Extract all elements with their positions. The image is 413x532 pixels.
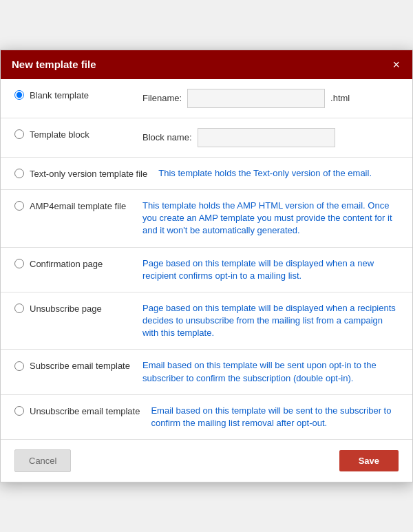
- radio-confirmation[interactable]: [14, 259, 24, 268]
- option-left-template-block: Template block: [14, 128, 131, 140]
- dialog-footer: Cancel Save: [1, 439, 412, 482]
- option-left-confirmation: Confirmation page: [14, 257, 131, 269]
- option-row-confirmation: Confirmation pagePage based on this temp…: [1, 248, 412, 292]
- radio-amp4email[interactable]: [14, 201, 24, 211]
- radio-unsubscribe[interactable]: [14, 304, 24, 313]
- option-label-text-only: Text-only version template file: [30, 169, 147, 179]
- option-label-template-block: Template block: [30, 129, 89, 140]
- option-row-template-block: Template blockBlock name:: [1, 118, 412, 158]
- option-label-amp4email: AMP4email template file: [30, 201, 126, 211]
- option-row-unsubscribe: Unsubscribe pagePage based on this templ…: [1, 292, 412, 350]
- field-input-template-block[interactable]: [198, 128, 335, 147]
- dialog-body: Blank templateFilename:.htmlTemplate blo…: [1, 79, 412, 439]
- new-template-dialog: New template file × Blank templateFilena…: [0, 50, 413, 482]
- option-row-blank: Blank templateFilename:.html: [1, 79, 412, 118]
- option-right-unsubscribe: Page based on this template will be disp…: [142, 302, 399, 340]
- option-right-template-block: Block name:: [142, 128, 399, 147]
- option-row-text-only: Text-only version template fileThis temp…: [1, 158, 412, 190]
- save-button[interactable]: Save: [339, 450, 399, 471]
- field-label-template-block: Block name:: [142, 131, 192, 144]
- option-left-blank: Blank template: [14, 89, 131, 100]
- option-right-confirmation: Page based on this template will be disp…: [142, 257, 399, 282]
- option-left-unsubscribe-email: Unsubscribe email template: [14, 405, 140, 416]
- cancel-button[interactable]: Cancel: [14, 449, 71, 472]
- radio-blank[interactable]: [14, 90, 24, 100]
- option-right-blank: Filename:.html: [142, 89, 399, 108]
- option-right-amp4email: This template holds the AMP HTML version…: [142, 200, 399, 237]
- field-suffix-blank: .html: [330, 92, 350, 105]
- option-row-subscribe-email: Subscribe email templateEmail based on t…: [1, 350, 412, 394]
- close-button[interactable]: ×: [391, 58, 401, 71]
- option-left-amp4email: AMP4email template file: [14, 200, 131, 211]
- field-input-blank[interactable]: [187, 89, 325, 108]
- option-label-blank: Blank template: [30, 90, 89, 100]
- option-left-subscribe-email: Subscribe email template: [14, 359, 131, 371]
- option-row-amp4email: AMP4email template fileThis template hol…: [1, 190, 412, 248]
- dialog-title: New template file: [12, 58, 96, 70]
- option-right-unsubscribe-email: Email based on this template will be sen…: [151, 405, 399, 429]
- inline-field-blank: Filename:.html: [142, 89, 399, 108]
- option-left-unsubscribe: Unsubscribe page: [14, 302, 131, 314]
- option-label-confirmation: Confirmation page: [30, 259, 103, 269]
- field-label-blank: Filename:: [142, 92, 182, 105]
- radio-template-block[interactable]: [14, 129, 24, 139]
- radio-unsubscribe-email[interactable]: [14, 406, 24, 416]
- option-label-unsubscribe: Unsubscribe page: [30, 304, 102, 314]
- option-row-unsubscribe-email: Unsubscribe email templateEmail based on…: [1, 395, 412, 439]
- inline-field-template-block: Block name:: [142, 128, 399, 147]
- radio-text-only[interactable]: [14, 169, 24, 178]
- option-label-subscribe-email: Subscribe email template: [30, 361, 130, 371]
- option-right-subscribe-email: Email based on this template will be sen…: [142, 359, 399, 384]
- option-label-unsubscribe-email: Unsubscribe email template: [30, 406, 140, 416]
- radio-subscribe-email[interactable]: [14, 361, 24, 371]
- dialog-header: New template file ×: [1, 50, 412, 79]
- option-right-text-only: This template holds the Text-only versio…: [158, 167, 399, 180]
- option-left-text-only: Text-only version template file: [14, 167, 147, 179]
